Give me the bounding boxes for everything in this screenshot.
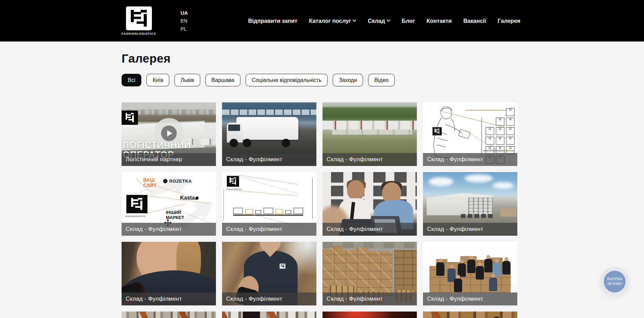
filter-warsaw[interactable]: Варшава (205, 74, 240, 86)
team-member (484, 255, 492, 273)
item-caption: Склад - Фулфілмент (323, 153, 417, 166)
orange-line (441, 111, 505, 127)
person-head (243, 312, 260, 318)
rack-edge-line (482, 118, 482, 157)
item-caption: Склад - Фулфілмент (222, 153, 316, 166)
building-windows (222, 110, 316, 115)
orange-dashed-line (464, 130, 505, 154)
item-caption: Склад - Фулфілмент (323, 292, 417, 305)
logo-brand-text: FASHIONLOGISTICS (125, 215, 145, 217)
industrial-buildings (323, 121, 417, 130)
logo-brand-text: FASHIONLOGISTICS (227, 189, 242, 190)
lang-en[interactable]: EN (180, 18, 188, 23)
nav-send-request[interactable]: Відправити запит (248, 18, 298, 24)
truck-wheel (282, 139, 290, 147)
contact-button-label: КНОПКА ЗВ'ЯЗКУ (604, 271, 626, 292)
item-caption: Склад - Фулфілмент (222, 292, 316, 305)
nav-blog[interactable]: Блог (402, 18, 415, 24)
filter-video[interactable]: Відео (368, 74, 394, 86)
team-member (458, 260, 466, 277)
filter-all[interactable]: Всі (122, 74, 141, 86)
person-head (347, 180, 365, 200)
team-member (454, 275, 462, 292)
conveyor-line (233, 215, 303, 216)
gallery-item-partial[interactable] (423, 312, 517, 318)
gallery-item-partial[interactable] (323, 312, 417, 318)
gallery-grid: FASHIONLOGISTICS ЛОГІСТИЧНИЙ ОПЕРАТОР Ло… (122, 102, 517, 318)
gallery-item-diagram[interactable]: FASHIONLOGISTICS Склад - Фулфілмент (222, 172, 316, 236)
box-stack (394, 250, 417, 292)
window-light (269, 242, 317, 274)
person-hair (381, 181, 402, 190)
cloud (429, 177, 453, 186)
play-icon[interactable] (161, 125, 177, 141)
person-head (382, 182, 401, 203)
main-nav: Відправити запит Каталог послуг Склад Бл… (248, 18, 520, 24)
industrial-buildings-row2 (332, 130, 412, 135)
orange-arrow-line (145, 196, 210, 204)
gallery-item-photo[interactable]: Склад - Фулфілмент (423, 242, 517, 305)
gallery-item-video[interactable]: FASHIONLOGISTICS ЛОГІСТИЧНИЙ ОПЕРАТОР Ло… (122, 102, 216, 166)
box-stack (323, 246, 392, 296)
gallery-item-photo[interactable]: Склад - Фулфілмент (323, 242, 417, 305)
gallery-item-photo[interactable]: Склад - Фулфілмент (423, 172, 517, 236)
logo[interactable]: FASHIONLOGISTICS (122, 6, 156, 35)
nav-warehouse[interactable]: Склад (368, 18, 390, 24)
warehouse-building (427, 193, 493, 215)
dashed-line (239, 175, 297, 185)
your-site-label: ВАШ САЙТ (143, 177, 161, 188)
city-skyline (122, 110, 216, 115)
item-caption: Склад - Фулфілмент (423, 223, 517, 236)
page: FASHIONLOGISTICS UA EN PL Відправити зап… (0, 0, 644, 318)
nav-vacancies[interactable]: Вакансії (463, 18, 486, 24)
lang-pl[interactable]: PL (180, 27, 188, 32)
nav-contacts[interactable]: Контакти (427, 18, 452, 24)
gallery-item-photo[interactable]: Склад - Фулфілмент (222, 242, 316, 305)
truck-cab (227, 123, 243, 143)
gallery-filters: Всі Київ Львів Варшава Соціальна відпові… (122, 74, 395, 86)
person-hair (176, 242, 201, 283)
item-caption: Склад - Фулфілмент (423, 292, 517, 305)
person-hair (347, 179, 366, 188)
lang-ua[interactable]: UA (180, 10, 188, 15)
tan-line (466, 110, 508, 111)
gallery-item-partial[interactable] (222, 312, 316, 318)
team-member (502, 257, 511, 275)
cloud (493, 182, 514, 189)
filter-social-responsibility[interactable]: Соціальна відповідальність (246, 74, 328, 86)
gallery-item-photo[interactable]: Склад - Фулфілмент (122, 242, 216, 305)
logo-brand-text: FASHIONLOGISTICS (122, 32, 156, 35)
gallery-item-partial[interactable] (122, 312, 216, 318)
language-switcher: UA EN PL (180, 10, 188, 31)
team-member (447, 265, 456, 282)
gallery-item-photo[interactable]: Склад - Фулфілмент (323, 172, 417, 236)
orange-arrow-line (136, 179, 151, 193)
box-cluster (429, 254, 511, 292)
grey-arrow (145, 172, 195, 205)
filter-events[interactable]: Заходи (333, 74, 363, 86)
gallery-item-photo[interactable]: Склад - Фулфілмент (222, 102, 316, 166)
fl-logo-badge (126, 195, 147, 213)
nav-services-catalog[interactable]: Каталог послуг (309, 18, 356, 24)
gallery-item-diagram[interactable]: FASHIONLOGISTICS ВАШ САЙТ ROZETKA Kasta … (122, 172, 216, 236)
person-face (260, 242, 281, 252)
gallery-item-drawing[interactable]: www.fashionlogistics.com.ua Склад - Фулф… (423, 102, 517, 166)
orange-dashed-line (239, 190, 297, 196)
parked-cars (461, 214, 495, 218)
item-caption: Склад - Фулфілмент (222, 223, 316, 236)
filter-kyiv[interactable]: Київ (146, 74, 169, 86)
conveyor-boxes (233, 204, 303, 214)
cloud (465, 174, 493, 182)
dotted-line (126, 182, 159, 200)
truck-wheel (243, 139, 251, 147)
fl-logo-icon (126, 6, 152, 30)
gallery-item-photo[interactable]: Склад - Фулфілмент (323, 102, 417, 166)
nav-gallery[interactable]: Галерея (498, 18, 520, 24)
contact-button[interactable]: КНОПКА ЗВ'ЯЗКУ (600, 267, 629, 296)
team-member (489, 274, 497, 291)
team-member (467, 256, 475, 273)
fl-logo-patch (280, 264, 285, 269)
page-title: Галерея (122, 52, 171, 65)
filter-lviv[interactable]: Львів (174, 74, 200, 86)
kasta-logo: Kasta (180, 195, 199, 201)
